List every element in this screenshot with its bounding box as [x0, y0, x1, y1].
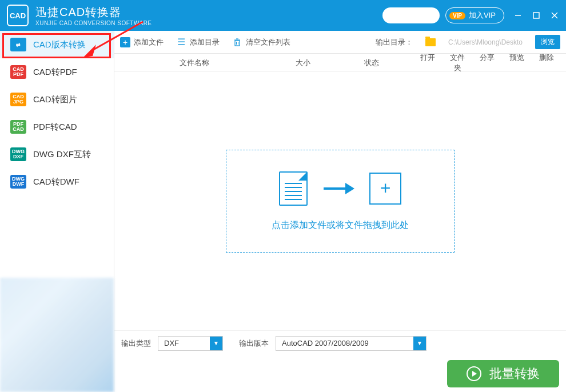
output-type-label: 输出类型 — [121, 338, 151, 349]
sidebar-item-cad-to-dwf[interactable]: DWGDWF CAD转DWF — [0, 168, 114, 195]
svg-rect-1 — [533, 13, 539, 18]
col-delete: 删除 — [536, 53, 557, 73]
sidebar-label: CAD版本转换 — [33, 39, 86, 50]
clear-list-button[interactable]: 清空文件列表 — [232, 37, 290, 47]
dwg-dxf-icon: DWGDXF — [10, 147, 26, 161]
app-title-main: 迅捷CAD转换器 — [35, 5, 152, 20]
batch-convert-button[interactable]: 批量转换 — [447, 360, 559, 387]
join-vip-button[interactable]: VIP 加入VIP — [445, 7, 504, 23]
app-title: 迅捷CAD转换器 XUNJIE CAD CONVERSION SOFTWARE — [35, 5, 152, 26]
col-status: 状态 — [337, 58, 406, 68]
col-folder: 文件夹 — [447, 53, 468, 73]
plus-icon: + — [120, 37, 130, 47]
add-file-label: 添加文件 — [134, 37, 164, 47]
sidebar-decoration — [0, 278, 114, 392]
col-open: 打开 — [417, 53, 438, 73]
add-dir-label: 添加目录 — [190, 37, 220, 47]
output-dir-label: 输出目录： — [376, 37, 413, 47]
drop-zone[interactable]: + 点击添加文件或将文件拖拽到此处 — [226, 150, 455, 253]
sidebar-label: DWG DXF互转 — [33, 149, 91, 160]
drop-hint-text: 点击添加文件或将文件拖拽到此处 — [272, 219, 409, 231]
arrow-right-icon — [322, 182, 354, 195]
sidebar-label: CAD转PDF — [33, 67, 77, 78]
pdf-cad-icon: PDFCAD — [10, 120, 26, 134]
output-type-value: DXF — [158, 339, 210, 347]
trash-icon — [232, 37, 242, 47]
sidebar-item-cad-version[interactable]: ⇄ CAD版本转换 — [0, 31, 114, 58]
main-panel: + 添加文件 ☰ 添加目录 清空文件列表 输出目录： C:\Users\Mloo… — [114, 31, 566, 392]
sidebar-item-cad-to-pdf[interactable]: CADPDF CAD转PDF — [0, 58, 114, 86]
action-row: 批量转换 — [114, 355, 566, 392]
cad-pdf-icon: CADPDF — [10, 65, 26, 79]
sidebar: ⇄ CAD版本转换 CADPDF CAD转PDF CADJPG CAD转图片 P… — [0, 31, 114, 392]
sidebar-label: CAD转DWF — [33, 177, 79, 187]
svg-rect-4 — [235, 41, 240, 46]
vip-badge: VIP — [449, 12, 465, 19]
file-list-area: + 点击添加文件或将文件拖拽到此处 — [114, 72, 566, 330]
add-file-button[interactable]: + 添加文件 — [120, 37, 164, 47]
cad-dwf-icon: DWGDWF — [10, 175, 26, 189]
col-filename: 文件名称 — [120, 58, 269, 68]
chevron-down-icon: ▼ — [413, 337, 426, 350]
sidebar-item-pdf-to-cad[interactable]: PDFCAD PDF转CAD — [0, 113, 114, 141]
document-icon — [279, 171, 308, 206]
toolbar: + 添加文件 ☰ 添加目录 清空文件列表 输出目录： C:\Users\Mloo… — [114, 31, 566, 54]
convert-label: 批量转换 — [489, 365, 540, 382]
browse-button[interactable]: 浏览 — [535, 35, 560, 49]
col-size: 大小 — [269, 58, 337, 68]
cad-image-icon: CADJPG — [10, 93, 26, 106]
file-list-header: 文件名称 大小 状态 打开 文件夹 分享 预览 删除 — [114, 54, 566, 72]
output-options-bar: 输出类型 DXF ▼ 输出版本 AutoCAD 2007/2008/2009 ▼ — [114, 330, 566, 355]
output-version-label: 输出版本 — [239, 338, 269, 349]
user-avatar-pill[interactable] — [382, 7, 440, 23]
maximize-button[interactable] — [532, 11, 541, 20]
output-dir-path: C:\Users\Mloong\Desktop — [448, 38, 523, 46]
folder-icon — [425, 38, 436, 46]
app-title-sub: XUNJIE CAD CONVERSION SOFTWARE — [35, 20, 152, 26]
close-button[interactable] — [550, 11, 559, 20]
app-logo: CAD — [7, 5, 29, 26]
clear-list-label: 清空文件列表 — [246, 37, 290, 47]
list-icon: ☰ — [176, 37, 186, 47]
add-box-icon: + — [369, 173, 401, 205]
chevron-down-icon: ▼ — [210, 337, 222, 350]
output-version-value: AutoCAD 2007/2008/2009 — [276, 339, 413, 347]
drop-icons: + — [279, 171, 401, 206]
add-directory-button[interactable]: ☰ 添加目录 — [176, 37, 220, 47]
sidebar-item-cad-to-image[interactable]: CADJPG CAD转图片 — [0, 86, 114, 113]
sidebar-label: PDF转CAD — [33, 122, 77, 133]
vip-label: 加入VIP — [469, 10, 496, 21]
titlebar: CAD 迅捷CAD转换器 XUNJIE CAD CONVERSION SOFTW… — [0, 0, 566, 31]
play-icon — [467, 366, 481, 381]
col-preview: 预览 — [507, 53, 527, 73]
minimize-button[interactable] — [513, 11, 523, 20]
sidebar-item-dwg-dxf[interactable]: DWGDXF DWG DXF互转 — [0, 141, 114, 168]
cad-version-icon: ⇄ — [10, 38, 26, 51]
output-type-select[interactable]: DXF ▼ — [158, 336, 223, 351]
svg-marker-10 — [345, 183, 354, 194]
sidebar-label: CAD转图片 — [33, 94, 77, 105]
col-share: 分享 — [477, 53, 497, 73]
output-version-select[interactable]: AutoCAD 2007/2008/2009 ▼ — [276, 336, 427, 351]
